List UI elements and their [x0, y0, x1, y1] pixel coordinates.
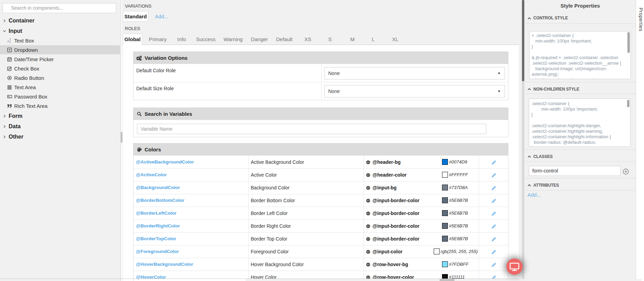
- svg-text:a: a: [7, 39, 9, 43]
